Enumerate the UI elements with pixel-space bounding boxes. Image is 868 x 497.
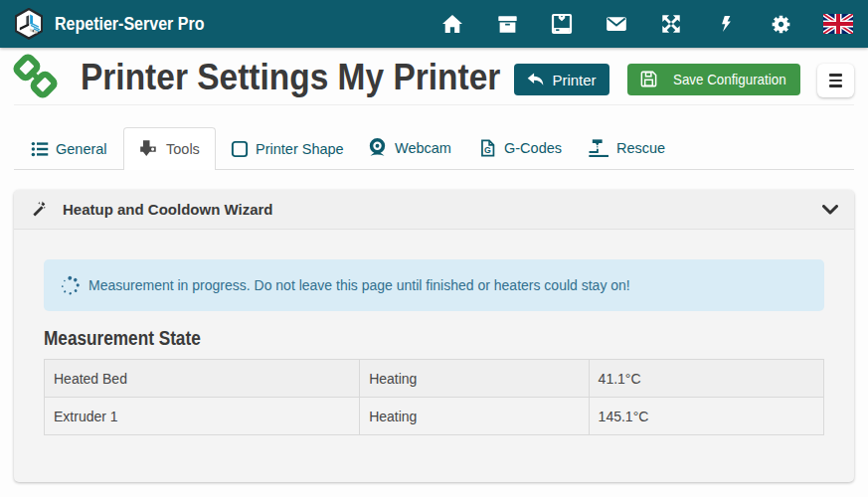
svg-text:G: G [484,145,491,155]
